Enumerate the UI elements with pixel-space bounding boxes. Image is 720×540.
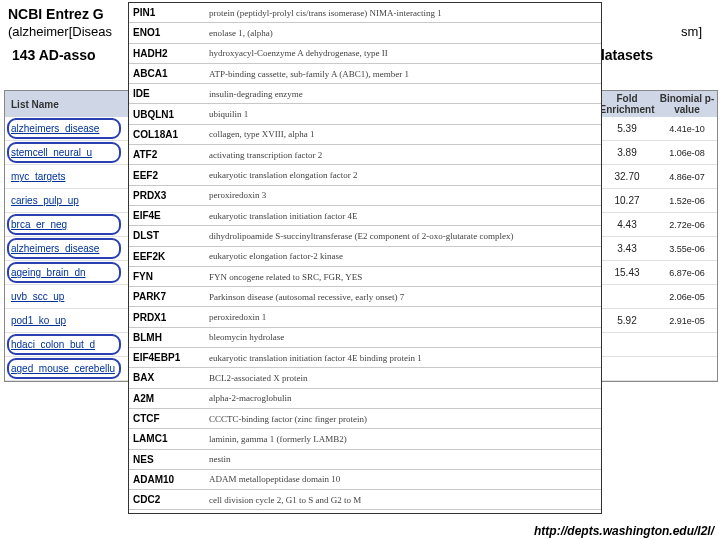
gene-description: laminin, gamma 1 (formerly LAMB2): [205, 434, 601, 444]
gene-symbol: BLMH: [129, 332, 205, 343]
p-value: 3.55e-06: [657, 244, 717, 254]
gene-symbol: A2M: [129, 393, 205, 404]
gene-symbol: DLST: [129, 230, 205, 241]
gene-symbol: ABCA1: [129, 68, 205, 79]
gene-symbol: EIF4E: [129, 210, 205, 221]
gene-row: PRDX1peroxiredoxin 1: [129, 307, 601, 327]
gene-description: dihydrolipoamide S-succinyltransferase (…: [205, 231, 601, 241]
gene-row: EEF2Keukaryotic elongation factor-2 kina…: [129, 247, 601, 267]
list-name-link[interactable]: alzheimers_disease: [5, 123, 141, 134]
gene-description: activating transcription factor 2: [205, 150, 601, 160]
list-name-link[interactable]: aged_mouse_cerebellu: [5, 363, 141, 374]
gene-row: A2Malpha-2-macroglobulin: [129, 389, 601, 409]
gene-symbol: EEF2: [129, 170, 205, 181]
gene-symbol: UBQLN1: [129, 109, 205, 120]
gene-row: FYNFYN oncogene related to SRC, FGR, YES: [129, 267, 601, 287]
p-value: 6.87e-06: [657, 268, 717, 278]
gene-description: Parkinson disease (autosomal recessive, …: [205, 292, 601, 302]
gene-description: collagen, type XVIII, alpha 1: [205, 129, 601, 139]
gene-description: insulin-degrading enzyme: [205, 89, 601, 99]
gene-row: BAXBCL2-associated X protein: [129, 368, 601, 388]
list-name-link[interactable]: stemcell_neural_u: [5, 147, 141, 158]
p-value: 4.41e-10: [657, 124, 717, 134]
gene-description: hydroxyacyl-Coenzyme A dehydrogenase, ty…: [205, 48, 601, 58]
gene-description: protein (peptidyl-prolyl cis/trans isome…: [205, 8, 601, 18]
gene-row: LAMC1laminin, gamma 1 (formerly LAMB2): [129, 429, 601, 449]
gene-symbol: EEF2K: [129, 251, 205, 262]
gene-description: peroxiredoxin 3: [205, 190, 601, 200]
gene-description: ADAM metallopeptidase domain 10: [205, 474, 601, 484]
gene-row: COL18A1collagen, type XVIII, alpha 1: [129, 125, 601, 145]
list-name-link[interactable]: pod1_ko_up: [5, 315, 141, 326]
fold-enrichment: 4.43: [597, 219, 657, 230]
gene-symbol: PRDX1: [129, 312, 205, 323]
list-name-link[interactable]: ageing_brain_dn: [5, 267, 141, 278]
gene-symbol: BAX: [129, 372, 205, 383]
gene-row: UBQLN1ubiquilin 1: [129, 104, 601, 124]
gene-symbol: PIN1: [129, 7, 205, 18]
gene-row: PARK7Parkinson disease (autosomal recess…: [129, 287, 601, 307]
gene-description: peroxiredoxin 1: [205, 312, 601, 322]
p-value: 2.72e-06: [657, 220, 717, 230]
gene-symbol: HADH2: [129, 48, 205, 59]
p-value: 1.52e-06: [657, 196, 717, 206]
gene-row: NACAnascent-polypeptide-associated compl…: [129, 510, 601, 514]
gene-description: eukaryotic translation initiation factor…: [205, 211, 601, 221]
list-name-link[interactable]: hdaci_colon_but_d: [5, 339, 141, 350]
gene-row: CDC2cell division cycle 2, G1 to S and G…: [129, 490, 601, 510]
footer-url: http://depts.washington.edu/l2l/: [534, 524, 714, 538]
fold-enrichment: 5.92: [597, 315, 657, 326]
gene-row: ENO1enolase 1, (alpha): [129, 23, 601, 43]
gene-row: EEF2eukaryotic translation elongation fa…: [129, 165, 601, 185]
list-name-link[interactable]: uvb_scc_up: [5, 291, 141, 302]
gene-description: bleomycin hydrolase: [205, 332, 601, 342]
gene-row: PRDX3peroxiredoxin 3: [129, 186, 601, 206]
fold-enrichment: 3.43: [597, 243, 657, 254]
gene-description: nestin: [205, 454, 601, 464]
gene-description: alpha-2-macroglobulin: [205, 393, 601, 403]
gene-symbol: COL18A1: [129, 129, 205, 140]
gene-row: HADH2hydroxyacyl-Coenzyme A dehydrogenas…: [129, 44, 601, 64]
gene-panel: PIN1protein (peptidyl-prolyl cis/trans i…: [128, 2, 602, 514]
list-name-link[interactable]: brca_er_neg: [5, 219, 141, 230]
gene-description: ubiquilin 1: [205, 109, 601, 119]
gene-row: EIF4Eeukaryotic translation initiation f…: [129, 206, 601, 226]
list-name-link[interactable]: caries_pulp_up: [5, 195, 141, 206]
gene-row: ATF2activating transcription factor 2: [129, 145, 601, 165]
p-value: 1.06e-08: [657, 148, 717, 158]
gene-description: ATP-binding cassette, sub-family A (ABC1…: [205, 69, 601, 79]
fold-enrichment: 3.89: [597, 147, 657, 158]
p-value: 2.91e-05: [657, 316, 717, 326]
gene-symbol: PRDX3: [129, 190, 205, 201]
col-fold: Fold Enrichment: [597, 93, 657, 115]
gene-symbol: CDC2: [129, 494, 205, 505]
fold-enrichment: 32.70: [597, 171, 657, 182]
col-pval: Binomial p-value: [657, 93, 717, 115]
col-list-name: List Name: [5, 99, 141, 110]
gene-symbol: FYN: [129, 271, 205, 282]
gene-row: DLSTdihydrolipoamide S-succinyltransfera…: [129, 226, 601, 246]
gene-row: IDEinsulin-degrading enzyme: [129, 84, 601, 104]
fold-enrichment: 15.43: [597, 267, 657, 278]
gene-symbol: PARK7: [129, 291, 205, 302]
gene-symbol: ATF2: [129, 149, 205, 160]
gene-description: CCCTC-binding factor (zinc finger protei…: [205, 414, 601, 424]
list-name-link[interactable]: alzheimers_disease: [5, 243, 141, 254]
gene-symbol: EIF4EBP1: [129, 352, 205, 363]
gene-symbol: IDE: [129, 88, 205, 99]
gene-row: EIF4EBP1eukaryotic translation initiatio…: [129, 348, 601, 368]
gene-symbol: ADAM10: [129, 474, 205, 485]
gene-row: PIN1protein (peptidyl-prolyl cis/trans i…: [129, 3, 601, 23]
gene-row: NESnestin: [129, 450, 601, 470]
gene-symbol: CTCF: [129, 413, 205, 424]
gene-row: BLMHbleomycin hydrolase: [129, 328, 601, 348]
gene-symbol: LAMC1: [129, 433, 205, 444]
fold-enrichment: 5.39: [597, 123, 657, 134]
gene-description: FYN oncogene related to SRC, FGR, YES: [205, 272, 601, 282]
list-name-link[interactable]: myc_targets: [5, 171, 141, 182]
gene-description: BCL2-associated X protein: [205, 373, 601, 383]
gene-row: ABCA1ATP-binding cassette, sub-family A …: [129, 64, 601, 84]
gene-symbol: NES: [129, 454, 205, 465]
gene-description: enolase 1, (alpha): [205, 28, 601, 38]
gene-symbol: ENO1: [129, 27, 205, 38]
